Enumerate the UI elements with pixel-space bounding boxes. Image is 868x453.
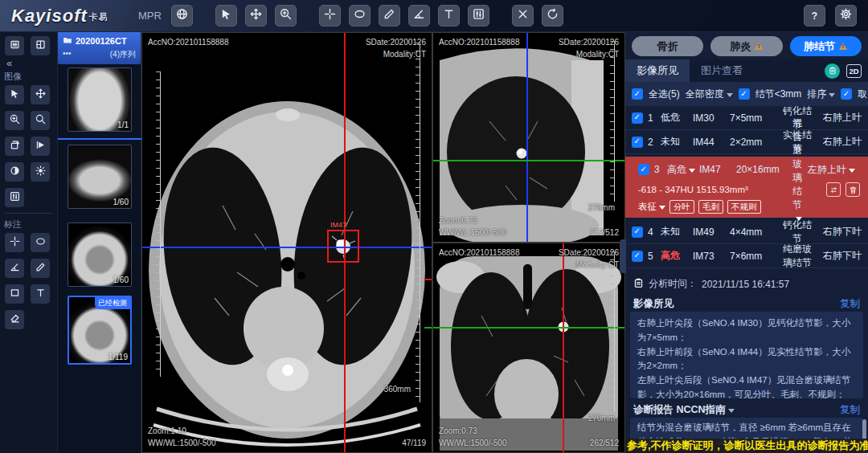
traits-dropdown[interactable]: 表征 <box>638 201 665 213</box>
rectangle-annot-button[interactable] <box>5 284 24 304</box>
compare-button[interactable] <box>826 182 841 197</box>
left-tool-rail: « 图像 标注 <box>0 32 58 453</box>
brightness-button-rail[interactable] <box>31 162 50 182</box>
series-thumbnail-2[interactable]: 1/60 <box>68 145 132 209</box>
small-nodule-checkbox[interactable] <box>739 88 750 100</box>
invert-button-rail[interactable] <box>5 162 24 182</box>
close-icon <box>517 8 529 23</box>
series-thumbnail-4-selected[interactable]: 已经检测 1/119 <box>68 296 132 365</box>
copy-report-button[interactable]: 复制 <box>840 403 860 417</box>
nodule-row-3-selected[interactable]: 3 高危 IM47 20×16mm 混合磨玻璃结节 左肺上叶 -618 - 34… <box>625 157 868 218</box>
trait-tag[interactable]: 不规则 <box>727 200 761 214</box>
series-list-button[interactable] <box>5 36 24 55</box>
axial-ruler-label: 360mm <box>384 385 411 394</box>
density-filter[interactable]: 全部密度 <box>686 88 733 101</box>
row-checkbox[interactable] <box>632 226 643 238</box>
settings-button[interactable] <box>835 5 857 27</box>
select-all-label[interactable]: 全选(5) <box>649 88 680 101</box>
magnify-button-rail[interactable] <box>31 111 50 130</box>
mpr-mode-button[interactable] <box>171 5 193 27</box>
ellipse-annot-button[interactable] <box>31 233 50 252</box>
nodule-number: 5 <box>648 251 661 262</box>
pointer-tool-button[interactable] <box>215 5 237 27</box>
cine-play-button-rail[interactable] <box>31 137 50 156</box>
help-button[interactable]: ? <box>804 5 825 27</box>
window-level-button[interactable] <box>468 5 489 27</box>
eraser-button[interactable] <box>5 310 24 329</box>
angle-tool-button[interactable] <box>408 5 430 27</box>
row-checkbox[interactable] <box>632 137 643 148</box>
series-header[interactable]: 20200126CT •••(4)序列 <box>58 32 141 64</box>
small-nodule-label[interactable]: 结节<3mm <box>755 88 802 101</box>
axial-ruler <box>413 43 420 402</box>
tab-pneumonia[interactable]: 肺炎 <box>710 36 782 56</box>
tab-image-view[interactable]: 图片查看 <box>690 59 754 82</box>
angle-annot-button[interactable] <box>5 259 24 278</box>
nodule-row-1[interactable]: 1 低危 IM30 7×5mm 钙化结节 右肺上叶 <box>625 106 868 130</box>
more-icon[interactable]: ••• <box>63 49 72 60</box>
clipboard-icon <box>829 63 837 78</box>
zoom-tool-button[interactable] <box>275 5 297 27</box>
trait-tag[interactable]: 毛刺 <box>698 200 723 214</box>
nodule-row-2[interactable]: 2 未知 IM44 2×2mm 实性结节 右肺上叶 <box>625 130 868 154</box>
tab-findings[interactable]: 影像所见 <box>625 59 690 82</box>
sagittal-viewport[interactable]: 270mm AccNO:202101158888 SDate:20200126M… <box>432 32 625 243</box>
select-all-checkbox[interactable] <box>632 88 643 100</box>
row-checkbox[interactable] <box>632 112 643 124</box>
sagittal-modality: Modality:CT <box>559 48 619 60</box>
text-tool-button[interactable] <box>438 5 460 27</box>
risk-level-dropdown[interactable]: 高危 <box>667 163 699 177</box>
delete-annotation-button[interactable] <box>512 5 534 27</box>
zoom-in-button-rail[interactable] <box>5 111 24 130</box>
nodule-roi-box[interactable]: IM47 <box>327 230 359 263</box>
ellipse-tool-button[interactable] <box>349 5 371 27</box>
crosshair-horizontal-green[interactable] <box>433 160 624 161</box>
tab-label: 肺结节 <box>804 39 835 54</box>
row-checkbox[interactable] <box>632 251 643 262</box>
risk-level: 低危 <box>661 111 693 124</box>
nodule-location-dropdown[interactable]: 左肺上叶 <box>805 163 855 177</box>
round-checkbox[interactable] <box>841 88 852 100</box>
report-title-dropdown[interactable]: 诊断报告 NCCN指南 <box>633 403 735 417</box>
panel-collapse-handle[interactable] <box>620 239 626 273</box>
list-icon <box>10 39 20 53</box>
rotate-button-rail[interactable] <box>5 137 24 156</box>
ruler-icon <box>383 8 395 23</box>
coronal-viewport[interactable]: 270mm AccNO:202101158888 SDate:20200126M… <box>432 243 625 453</box>
text-annot-button[interactable] <box>31 284 50 304</box>
crosshair-vertical-red[interactable] <box>563 243 564 452</box>
crosshair-horizontal-blue[interactable] <box>142 247 432 248</box>
pan-tool-button[interactable] <box>245 5 267 27</box>
nodule-type-dropdown[interactable]: 混合磨玻璃结节 <box>789 116 805 223</box>
report-badge-button[interactable] <box>825 63 840 79</box>
2d-label: 2D <box>849 67 858 76</box>
ruler-annot-button[interactable] <box>31 259 50 278</box>
image-number: IM30 <box>693 112 730 124</box>
axial-viewport[interactable]: IM47 360mm AccNO:202101158888 SDate:2020… <box>141 32 432 453</box>
round-label[interactable]: 取整 <box>858 88 868 101</box>
tab-fracture[interactable]: 骨折 <box>632 36 703 56</box>
pan-tool-button-rail[interactable] <box>31 85 50 104</box>
delete-nodule-button[interactable] <box>845 182 860 197</box>
crosshair-vertical-blue[interactable] <box>526 33 528 242</box>
sort-filter[interactable]: 排序 <box>807 88 835 101</box>
nodule-row-4[interactable]: 4 未知 IM49 4×4mm 钙化结节 右肺下叶 <box>625 220 868 244</box>
series-thumbnail-scout[interactable]: 1/1 <box>68 67 132 132</box>
copy-findings-button[interactable]: 复制 <box>840 297 860 311</box>
collapse-rail-button[interactable]: « <box>0 57 57 69</box>
window-level-button-rail[interactable] <box>5 188 24 207</box>
reset-button[interactable] <box>542 5 563 27</box>
trait-tag[interactable]: 分叶 <box>669 200 694 214</box>
tab-lung-nodule[interactable]: 肺结节 <box>790 36 862 56</box>
ruler-tool-button[interactable] <box>379 5 400 27</box>
crosshair-horizontal-green[interactable] <box>433 327 624 329</box>
2d-mode-button[interactable]: 2D <box>846 64 862 78</box>
nodule-size: 20×16mm <box>736 164 789 175</box>
crosshair-tool-button[interactable] <box>319 5 341 27</box>
row-checkbox[interactable] <box>638 164 649 175</box>
crosshair-annot-button[interactable] <box>5 233 24 252</box>
series-thumbnail-3[interactable]: 1/60 <box>68 222 132 287</box>
nodule-row-5[interactable]: 5 高危 IM73 7×6mm 纯磨玻璃结节 右肺下叶 <box>625 244 868 268</box>
pointer-tool-button-rail[interactable] <box>5 85 24 104</box>
layout-button[interactable] <box>31 36 50 55</box>
